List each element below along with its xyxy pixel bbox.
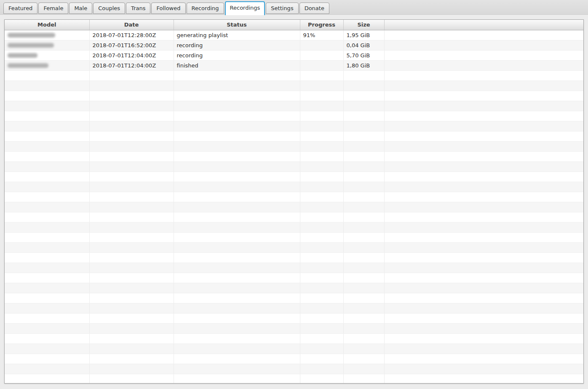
tab-label: Recordings xyxy=(230,5,260,11)
cell-size xyxy=(343,131,384,141)
cell-model xyxy=(5,161,89,172)
cell-filler xyxy=(384,151,583,161)
cell-status xyxy=(174,161,300,172)
cell-date xyxy=(89,273,174,283)
tab-featured[interactable]: Featured xyxy=(3,3,37,14)
empty-table-row xyxy=(5,172,583,182)
table-row[interactable]: 2018-07-01T12:28:00Z generating playlist… xyxy=(5,30,583,40)
model-name-redacted xyxy=(8,43,54,48)
cell-model xyxy=(5,101,89,111)
cell-filler xyxy=(384,364,583,374)
tab-followed[interactable]: Followed xyxy=(151,3,185,14)
cell-filler xyxy=(384,303,583,313)
cell-date xyxy=(89,364,174,374)
cell-status xyxy=(174,232,300,242)
table-row[interactable]: 2018-07-01T12:04:00Z recording 5,70 GiB xyxy=(5,50,583,60)
tab-donate[interactable]: Donate xyxy=(299,3,329,14)
cell-status xyxy=(174,121,300,131)
cell-filler xyxy=(384,232,583,242)
cell-filler xyxy=(384,252,583,263)
cell-size xyxy=(343,101,384,111)
empty-table-row xyxy=(5,333,583,343)
cell-progress xyxy=(300,202,343,212)
cell-status xyxy=(174,141,300,151)
cell-progress xyxy=(300,50,343,60)
table-row[interactable]: 2018-07-01T16:52:00Z recording 0,04 GiB xyxy=(5,40,583,50)
cell-date xyxy=(89,101,174,111)
recordings-grid: ModelDateStatusProgressSize 2018-07-01T1… xyxy=(5,20,583,384)
cell-model xyxy=(5,364,89,374)
tab-label: Featured xyxy=(8,5,32,11)
cell-model xyxy=(5,283,89,293)
model-name-redacted xyxy=(8,63,48,68)
cell-size xyxy=(343,192,384,202)
table-row[interactable]: 2018-07-01T12:04:00Z finished 1,80 GiB xyxy=(5,60,583,70)
cell-model xyxy=(5,232,89,242)
empty-table-row xyxy=(5,161,583,172)
cell-progress xyxy=(300,232,343,242)
cell-progress xyxy=(300,252,343,263)
tab-recording[interactable]: Recording xyxy=(187,3,224,14)
column-header-blank[interactable] xyxy=(384,20,583,30)
empty-table-row xyxy=(5,242,583,252)
cell-filler xyxy=(384,283,583,293)
cell-model xyxy=(5,121,89,131)
empty-table-row xyxy=(5,293,583,303)
cell-status xyxy=(174,91,300,101)
column-header-date[interactable]: Date xyxy=(89,20,174,30)
cell-status xyxy=(174,263,300,273)
empty-table-row xyxy=(5,283,583,293)
tab-recordings[interactable]: Recordings xyxy=(225,1,265,15)
column-header-progress[interactable]: Progress xyxy=(300,20,343,30)
tab-label: Settings xyxy=(271,5,293,11)
cell-size xyxy=(343,212,384,222)
column-header-model[interactable]: Model xyxy=(5,20,89,30)
cell-date xyxy=(89,111,174,121)
cell-model xyxy=(5,30,89,40)
tab-trans[interactable]: Trans xyxy=(126,3,150,14)
cell-status xyxy=(174,182,300,192)
cell-size xyxy=(343,364,384,374)
cell-model xyxy=(5,70,89,80)
cell-date xyxy=(89,70,174,80)
cell-progress xyxy=(300,222,343,232)
cell-model xyxy=(5,91,89,101)
tab-male[interactable]: Male xyxy=(69,3,92,14)
cell-progress: 91% xyxy=(300,30,343,40)
column-header-status[interactable]: Status xyxy=(174,20,300,30)
cell-date xyxy=(89,222,174,232)
cell-status xyxy=(174,80,300,91)
cell-model xyxy=(5,354,89,364)
column-header-size[interactable]: Size xyxy=(343,20,384,30)
cell-date xyxy=(89,232,174,242)
cell-progress xyxy=(300,111,343,121)
cell-progress xyxy=(300,323,343,333)
cell-size xyxy=(343,91,384,101)
cell-model xyxy=(5,333,89,343)
cell-progress xyxy=(300,293,343,303)
cell-status: recording xyxy=(174,50,300,60)
cell-filler xyxy=(384,141,583,151)
model-name-redacted xyxy=(8,33,55,38)
cell-status xyxy=(174,343,300,354)
cell-progress xyxy=(300,182,343,192)
tab-couples[interactable]: Couples xyxy=(93,3,125,14)
cell-status xyxy=(174,333,300,343)
cell-size xyxy=(343,333,384,343)
cell-date: 2018-07-01T16:52:00Z xyxy=(89,40,174,50)
cell-filler xyxy=(384,354,583,364)
cell-filler xyxy=(384,222,583,232)
cell-progress xyxy=(300,364,343,374)
table-body: 2018-07-01T12:28:00Z generating playlist… xyxy=(5,30,583,384)
cell-status xyxy=(174,151,300,161)
cell-status xyxy=(174,374,300,384)
cell-filler xyxy=(384,161,583,172)
cell-filler xyxy=(384,60,583,70)
empty-table-row xyxy=(5,192,583,202)
tab-female[interactable]: Female xyxy=(38,3,68,14)
app-window: Featured Female Male Couples Trans Follo… xyxy=(0,0,588,389)
cell-model xyxy=(5,40,89,50)
cell-status xyxy=(174,252,300,263)
tab-settings[interactable]: Settings xyxy=(266,3,298,14)
cell-filler xyxy=(384,111,583,121)
